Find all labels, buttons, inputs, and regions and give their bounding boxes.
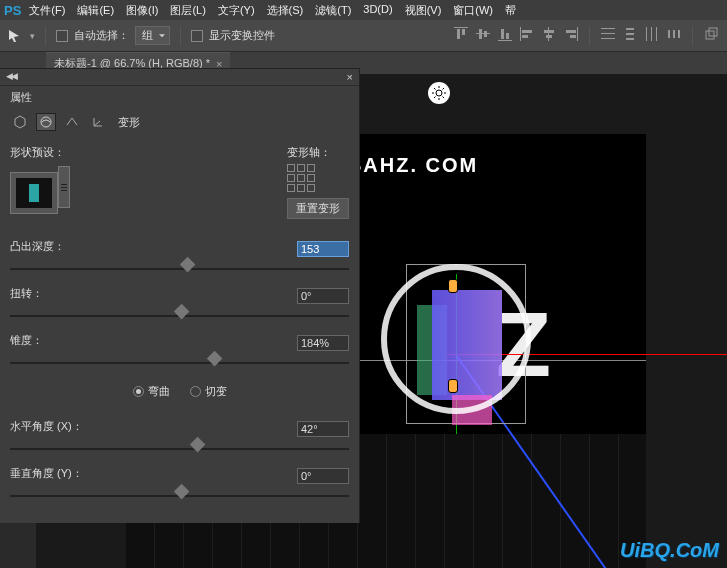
radio-on-icon	[133, 386, 144, 397]
distribute-vcenter-icon[interactable]	[622, 26, 638, 42]
v-angle-label: 垂直角度 (Y)：	[10, 466, 83, 481]
extrude-depth-input[interactable]	[297, 241, 349, 257]
svg-rect-18	[601, 28, 615, 29]
flyout-left-icon[interactable]: ◀◀	[6, 71, 16, 83]
svg-line-40	[434, 97, 436, 99]
move-tool-icon	[8, 29, 24, 43]
svg-rect-5	[484, 31, 487, 37]
align-top-icon[interactable]	[453, 26, 469, 42]
svg-rect-3	[476, 33, 490, 34]
svg-rect-17	[570, 35, 576, 38]
preset-row: 形状预设： 变形轴： 重置变形	[10, 141, 349, 229]
shape-preset-dropdown[interactable]	[58, 166, 70, 208]
menu-edit[interactable]: 编辑(E)	[77, 3, 114, 18]
svg-rect-8	[506, 33, 509, 39]
menu-help[interactable]: 帮	[505, 3, 516, 18]
svg-rect-16	[566, 30, 576, 33]
align-hcenter-icon[interactable]	[541, 26, 557, 42]
shape-preset-picker[interactable]	[10, 172, 58, 214]
svg-rect-31	[709, 28, 717, 36]
h-angle-input[interactable]	[297, 421, 349, 437]
app-logo: PS	[4, 3, 21, 18]
twist-input[interactable]	[297, 288, 349, 304]
taper-param: 锥度：	[10, 333, 349, 370]
svg-rect-14	[546, 35, 552, 38]
distribute-left-icon[interactable]	[666, 26, 682, 42]
auto-select-checkbox[interactable]	[56, 30, 68, 42]
menu-bar: PS 文件(F) 编辑(E) 图像(I) 图层(L) 文字(Y) 选择(S) 滤…	[0, 0, 727, 20]
svg-rect-6	[498, 40, 512, 41]
mode-mesh-icon[interactable]	[10, 113, 30, 131]
svg-rect-9	[520, 27, 521, 41]
divider	[180, 26, 181, 46]
align-vcenter-icon[interactable]	[475, 26, 491, 42]
v-angle-slider[interactable]	[10, 489, 349, 503]
3d-handle-bottom[interactable]	[448, 379, 458, 393]
taper-slider[interactable]	[10, 356, 349, 370]
mode-deform-icon[interactable]	[36, 113, 56, 131]
svg-line-38	[434, 88, 436, 90]
chevron-down-icon[interactable]: ▾	[30, 31, 35, 41]
show-transform-checkbox[interactable]	[191, 30, 203, 42]
svg-rect-22	[626, 33, 634, 35]
reset-deform-button[interactable]: 重置变形	[287, 198, 349, 219]
menu-file[interactable]: 文件(F)	[29, 3, 65, 18]
svg-rect-26	[656, 27, 657, 41]
shear-radio[interactable]: 切变	[190, 384, 227, 399]
panel-title: 属性	[0, 86, 359, 109]
shape-preset-label: 形状预设：	[10, 145, 70, 160]
align-left-icon[interactable]	[519, 26, 535, 42]
light-widget-icon[interactable]	[428, 82, 450, 104]
svg-rect-0	[454, 27, 468, 28]
bend-shear-radios: 弯曲 切变	[10, 374, 349, 409]
twist-slider[interactable]	[10, 309, 349, 323]
divider	[589, 26, 590, 46]
taper-input[interactable]	[297, 335, 349, 351]
svg-line-45	[94, 121, 100, 126]
svg-line-41	[443, 88, 445, 90]
svg-rect-1	[457, 29, 460, 39]
3d-mode-icon[interactable]	[703, 26, 719, 42]
3d-handle-top[interactable]	[448, 279, 458, 293]
auto-select-dropdown[interactable]: 组	[135, 26, 170, 45]
svg-line-39	[443, 97, 445, 99]
auto-select-label: 自动选择：	[74, 28, 129, 43]
align-right-icon[interactable]	[563, 26, 579, 42]
menu-layer[interactable]: 图层(L)	[170, 3, 205, 18]
align-bottom-icon[interactable]	[497, 26, 513, 42]
v-angle-input[interactable]	[297, 468, 349, 484]
distribute-top-icon[interactable]	[600, 26, 616, 42]
twist-param: 扭转：	[10, 286, 349, 323]
extrude-depth-slider[interactable]	[10, 262, 349, 276]
panel-mode-label: 变形	[118, 115, 140, 130]
taper-label: 锥度：	[10, 333, 43, 348]
menu-window[interactable]: 窗口(W)	[453, 3, 493, 18]
menu-3d[interactable]: 3D(D)	[363, 3, 392, 18]
bend-radio[interactable]: 弯曲	[133, 384, 170, 399]
svg-rect-25	[651, 27, 652, 41]
h-angle-slider[interactable]	[10, 442, 349, 456]
svg-rect-24	[646, 27, 647, 41]
mode-cap-icon[interactable]	[62, 113, 82, 131]
panel-close-icon[interactable]: ×	[347, 71, 353, 83]
menu-view[interactable]: 视图(V)	[405, 3, 442, 18]
panel-body: 形状预设： 变形轴： 重置变形 凸出深度：	[0, 135, 359, 513]
extrude-depth-label: 凸出深度：	[10, 239, 65, 254]
menu-select[interactable]: 选择(S)	[267, 3, 304, 18]
svg-rect-21	[626, 28, 634, 30]
twist-label: 扭转：	[10, 286, 43, 301]
menu-image[interactable]: 图像(I)	[126, 3, 158, 18]
menu-type[interactable]: 文字(Y)	[218, 3, 255, 18]
mode-coords-icon[interactable]	[88, 113, 108, 131]
distribute-bottom-icon[interactable]	[644, 26, 660, 42]
svg-rect-13	[544, 30, 554, 33]
svg-rect-7	[501, 29, 504, 39]
menu-filter[interactable]: 滤镜(T)	[315, 3, 351, 18]
svg-rect-4	[479, 29, 482, 39]
svg-point-33	[436, 90, 442, 96]
svg-rect-2	[462, 29, 465, 35]
deform-axis-grid[interactable]	[287, 164, 315, 192]
deform-axis-label: 变形轴：	[287, 145, 349, 160]
svg-rect-10	[522, 30, 532, 33]
properties-panel: ◀◀ × 属性 变形 形状预设： 变形轴：	[0, 68, 360, 523]
